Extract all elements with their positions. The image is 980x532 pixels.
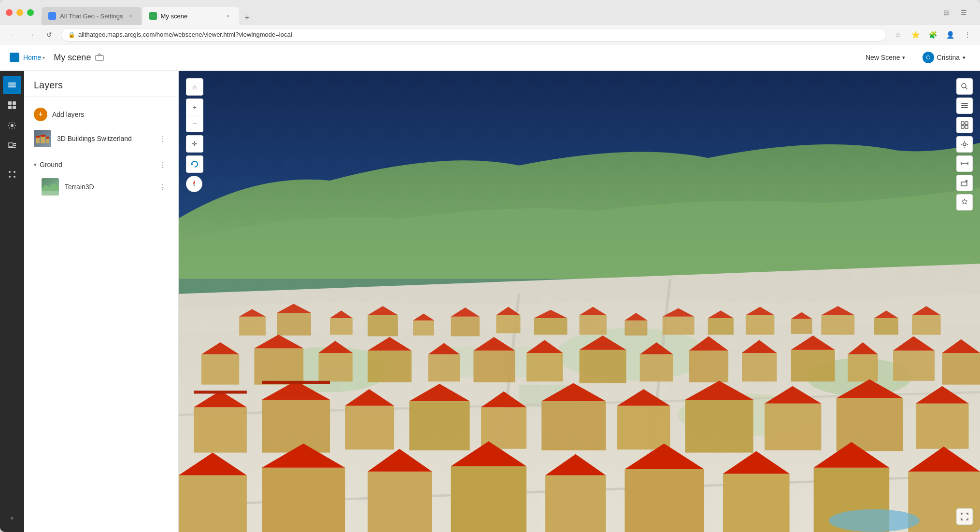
window-minimize-icon[interactable]: ⊟ <box>939 6 953 19</box>
svg-rect-20 <box>41 135 45 137</box>
svg-point-8 <box>11 124 14 127</box>
svg-rect-111 <box>541 401 606 450</box>
toolbar-separator <box>5 160 19 160</box>
terrain-layer-name: Terrain3D <box>65 183 157 191</box>
pan-button[interactable]: ✛ <box>186 136 203 152</box>
forward-button[interactable]: → <box>24 28 38 42</box>
svg-rect-152 <box>965 122 968 125</box>
svg-rect-75 <box>368 350 412 382</box>
svg-rect-9 <box>8 143 13 146</box>
extra-toolbar-button[interactable] <box>3 165 21 183</box>
svg-rect-95 <box>893 350 935 381</box>
svg-rect-19 <box>41 137 45 143</box>
myscene-tab-close[interactable]: × <box>225 12 232 20</box>
tabs-bar: All That Geo - Settings × My scene × + <box>42 0 936 25</box>
user-name: Cristina <box>937 54 960 61</box>
zoom-out-button[interactable]: − <box>186 115 203 132</box>
layers-map-button[interactable] <box>956 98 973 114</box>
measure-map-button[interactable] <box>956 155 973 172</box>
share-map-button[interactable] <box>956 175 973 191</box>
svg-line-147 <box>966 87 967 89</box>
back-button[interactable]: ← <box>6 28 19 42</box>
basemap-toolbar-button[interactable] <box>3 96 21 114</box>
tools-map-button[interactable] <box>956 194 973 210</box>
ground-label: Ground <box>40 161 157 168</box>
svg-rect-61 <box>791 319 812 334</box>
home-map-button[interactable]: ⌂ <box>186 79 203 95</box>
svg-rect-6 <box>8 106 12 109</box>
svg-rect-4 <box>8 101 12 105</box>
url-bar: ← → ↺ 🔒 allthatgeo.maps.arcgis.com/home/… <box>0 25 980 44</box>
svg-rect-5 <box>13 101 16 105</box>
svg-rect-57 <box>708 318 734 335</box>
svg-rect-71 <box>255 349 304 385</box>
new-scene-chevron-icon: ▾ <box>902 55 905 61</box>
logo-icon <box>10 53 19 62</box>
svg-point-14 <box>14 171 15 173</box>
tab-myscene[interactable]: My scene × <box>142 7 239 25</box>
profile-icon[interactable]: 👤 <box>943 28 957 42</box>
svg-rect-49 <box>534 318 568 335</box>
scene-title: My scene <box>54 53 104 63</box>
close-button[interactable] <box>6 9 13 16</box>
minimize-button[interactable] <box>16 9 23 16</box>
browser-window: All That Geo - Settings × My scene × + ⊟… <box>0 0 980 532</box>
list-item[interactable]: Terrain3D ⋮ <box>24 174 178 199</box>
new-scene-button[interactable]: New Scene ▾ <box>861 51 910 64</box>
maximize-button[interactable] <box>27 9 34 16</box>
svg-point-155 <box>963 143 966 146</box>
extensions-icon[interactable]: 🧩 <box>926 28 939 42</box>
svg-rect-149 <box>961 105 968 106</box>
slides-toolbar-button[interactable] <box>3 137 21 155</box>
app-logo <box>10 53 19 62</box>
grid-map-button[interactable] <box>956 117 973 133</box>
settings-tab-close[interactable]: × <box>127 12 135 20</box>
svg-rect-93 <box>848 354 878 381</box>
bookmark-icon[interactable]: ☆ <box>891 28 905 42</box>
ground-more-button[interactable]: ⋮ <box>157 159 169 170</box>
zoom-in-button[interactable]: + <box>186 99 203 115</box>
settings-tab-label: All That Geo - Settings <box>60 13 123 20</box>
ground-header[interactable]: ▾ Ground ⋮ <box>24 155 178 174</box>
traffic-lights <box>6 9 34 16</box>
search-map-button[interactable] <box>956 78 973 95</box>
map-container[interactable]: ⌂ + − ✛ <box>179 71 980 532</box>
layer-more-button[interactable]: ⋮ <box>157 133 169 144</box>
reload-button[interactable]: ↺ <box>43 28 56 42</box>
daylight-map-button[interactable] <box>956 136 973 153</box>
menu-icon[interactable]: ⋮ <box>961 28 974 42</box>
user-button[interactable]: C Cristina ▾ <box>918 49 970 66</box>
svg-rect-51 <box>580 315 607 335</box>
svg-rect-39 <box>330 318 353 335</box>
svg-rect-121 <box>916 404 969 449</box>
window-menu-icon[interactable]: ☰ <box>957 6 970 19</box>
home-link[interactable]: Home ▾ <box>23 54 45 61</box>
map-controls-left: ⌂ + − ✛ <box>186 78 203 194</box>
svg-rect-150 <box>961 107 968 108</box>
compass-button[interactable] <box>186 176 202 192</box>
list-item[interactable]: 3D Buildings Switzerland ⋮ <box>24 126 178 151</box>
svg-rect-77 <box>428 354 460 381</box>
home-chevron-icon: ▾ <box>43 55 45 60</box>
svg-rect-125 <box>262 468 345 532</box>
header-left: Home ▾ My scene <box>10 53 104 63</box>
svg-point-13 <box>9 171 11 173</box>
collapse-toolbar-button[interactable]: » <box>3 509 21 527</box>
svg-rect-18 <box>36 136 40 138</box>
star-icon[interactable]: ⭐ <box>909 28 922 42</box>
myscene-tab-icon <box>149 12 157 20</box>
add-layers-button[interactable]: + Add layers <box>24 103 178 126</box>
layers-toolbar-button[interactable] <box>3 76 21 94</box>
rotate-control <box>186 155 203 173</box>
url-input[interactable]: 🔒 allthatgeo.maps.arcgis.com/home/websce… <box>61 28 886 42</box>
add-layers-icon: + <box>34 108 47 121</box>
settings-toolbar-button[interactable] <box>3 116 21 135</box>
svg-marker-144 <box>193 180 195 184</box>
svg-rect-113 <box>617 406 670 449</box>
svg-rect-101 <box>194 391 247 393</box>
terrain-more-button[interactable]: ⋮ <box>157 181 169 193</box>
new-tab-button[interactable]: + <box>240 11 255 25</box>
fullscreen-button[interactable] <box>956 508 973 525</box>
rotate-button[interactable] <box>186 156 203 172</box>
tab-settings[interactable]: All That Geo - Settings × <box>42 7 142 25</box>
